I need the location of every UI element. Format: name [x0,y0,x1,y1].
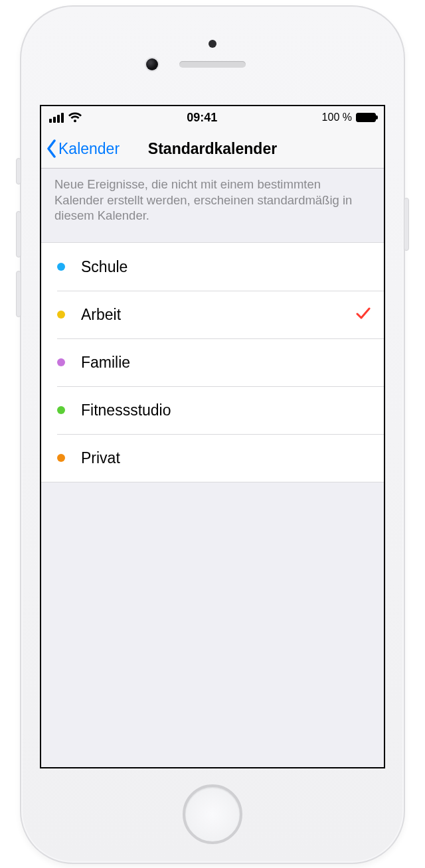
calendar-list: SchuleArbeitFamilieFitnessstudioPrivat [41,242,384,482]
calendar-label: Familie [81,354,371,372]
navigation-bar: Kalender Standardkalender [41,129,384,169]
home-button[interactable] [183,784,242,844]
status-time: 09:41 [187,111,217,125]
back-button[interactable]: Kalender [46,129,120,169]
volume-down [16,271,21,317]
status-bar: 09:41 100 % [41,106,384,129]
back-label: Kalender [58,140,120,158]
calendar-label: Privat [81,449,371,467]
chevron-left-icon [46,139,57,158]
calendar-color-dot [57,358,65,366]
cellular-signal-icon [49,113,64,123]
calendar-row[interactable]: Privat [41,434,384,482]
calendar-color-dot [57,406,65,414]
power-button [404,198,409,251]
wifi-icon [68,112,82,123]
proximity-sensor [209,40,216,48]
front-camera [146,58,158,70]
calendar-color-dot [57,263,65,271]
phone-frame: 09:41 100 % Kalender Standardkalender Ne… [20,5,405,864]
volume-up [16,211,21,257]
battery-percent: 100 % [322,111,352,123]
calendar-label: Fitnessstudio [81,401,371,419]
calendar-row[interactable]: Familie [41,338,384,386]
calendar-label: Schule [81,258,371,276]
battery-icon [356,113,376,122]
calendar-row[interactable]: Schule [41,243,384,291]
mute-switch [16,158,21,184]
phone-screen: 09:41 100 % Kalender Standardkalender Ne… [40,105,385,768]
section-description: Neue Ereignisse, die nicht mit einem bes… [41,169,384,242]
calendar-color-dot [57,311,65,319]
calendar-color-dot [57,454,65,462]
calendar-row[interactable]: Arbeit [41,291,384,338]
speaker-grille [179,61,246,68]
checkmark-icon [356,305,371,324]
calendar-label: Arbeit [81,306,356,324]
calendar-row[interactable]: Fitnessstudio [41,386,384,434]
